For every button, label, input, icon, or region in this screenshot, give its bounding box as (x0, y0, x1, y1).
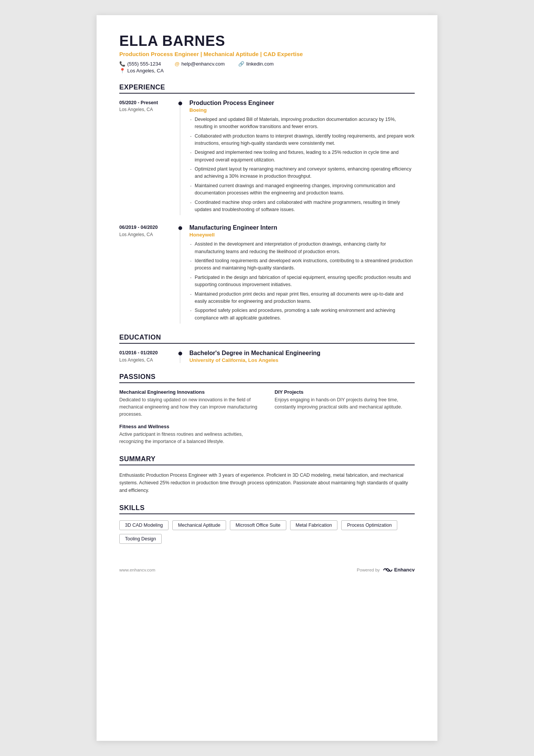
phone-contact: 📞 (555) 555-1234 (119, 61, 161, 67)
email-icon: @ (175, 61, 180, 67)
skill-2: Mechanical Aptitude (172, 520, 226, 530)
email-address: help@enhancv.com (181, 61, 225, 67)
footer-powered: Powered by Enhancv (357, 567, 415, 573)
experience-section-title: EXPERIENCE (119, 83, 415, 94)
linkedin-url: linkedin.com (246, 61, 273, 67)
linkedin-contact: 🔗 linkedin.com (238, 61, 273, 67)
skill-4: Metal Fabrication (290, 520, 338, 530)
passion-text-1: Dedicated to staying updated on new inno… (119, 396, 259, 418)
passion-item-2: DIY Projects Enjoys engaging in hands-on… (275, 389, 415, 418)
skill-5: Process Optimization (341, 520, 397, 530)
passion-item-3: Fitness and Wellness Active participant … (119, 424, 259, 445)
location-icon: 📍 (119, 68, 125, 74)
passions-section-title: PASSIONS (119, 373, 415, 383)
exp-bullets-1: Developed and updated Bill of Materials,… (189, 116, 415, 214)
brand-name: Enhancv (394, 567, 415, 573)
edu-date-1: 01/2016 - 01/2020 (119, 350, 173, 357)
exp-bullet-2-4: Maintained production print decks and re… (189, 291, 415, 305)
powered-by-label: Powered by (357, 568, 380, 572)
edu-school-1: University of California, Los Angeles (189, 357, 415, 363)
exp-company-1: Boeing (189, 107, 415, 113)
passion-text-3: Active participant in fitness routines a… (119, 431, 259, 445)
candidate-title: Production Process Engineer | Mechanical… (119, 51, 415, 57)
edu-degree-1: Bachelor's Degree in Mechanical Engineer… (189, 350, 415, 357)
exp-dot-1 (178, 102, 182, 105)
exp-right-1: Production Process Engineer Boeing Devel… (180, 100, 415, 216)
edu-right-1: Bachelor's Degree in Mechanical Engineer… (180, 350, 415, 363)
passions-section: PASSIONS Mechanical Engineering Innovati… (119, 373, 415, 445)
experience-entry-2: 06/2019 - 04/2020 Los Angeles, CA Manufa… (119, 224, 415, 324)
passion-title-3: Fitness and Wellness (119, 424, 259, 429)
passion-title-1: Mechanical Engineering Innovations (119, 389, 259, 395)
exp-bullet-2-2: Identified tooling requirements and deve… (189, 257, 415, 272)
summary-text: Enthusiastic Production Process Engineer… (119, 471, 415, 494)
education-section-title: EDUCATION (119, 333, 415, 344)
enhancv-logo: Enhancv (382, 567, 415, 573)
resume-page: ELLA BARNES Production Process Engineer … (97, 15, 437, 741)
summary-section: SUMMARY Enthusiastic Production Process … (119, 455, 415, 494)
phone-number: (555) 555-1234 (127, 61, 161, 67)
exp-location-2: Los Angeles, CA (119, 232, 173, 237)
exp-date-2: 06/2019 - 04/2020 (119, 224, 173, 231)
passion-title-2: DIY Projects (275, 389, 415, 395)
exp-date-1: 05/2020 - Present (119, 100, 173, 106)
resume-footer: www.enhancv.com Powered by Enhancv (119, 567, 415, 573)
contact-row: 📞 (555) 555-1234 @ help@enhancv.com 🔗 li… (119, 61, 415, 67)
exp-left-2: 06/2019 - 04/2020 Los Angeles, CA (119, 224, 180, 324)
skill-1: 3D CAD Modeling (119, 520, 169, 530)
exp-bullet-1-6: Coordinated machine shop orders and coll… (189, 199, 415, 214)
edu-dot-1 (178, 352, 182, 355)
exp-title-2: Manufacturing Engineer Intern (189, 224, 415, 231)
edu-location-1: Los Angeles, CA (119, 357, 173, 363)
skill-3: Microsoft Office Suite (230, 520, 286, 530)
experience-entry-1: 05/2020 - Present Los Angeles, CA Produc… (119, 100, 415, 216)
exp-company-2: Honeywell (189, 232, 415, 238)
header: ELLA BARNES Production Process Engineer … (119, 33, 415, 74)
exp-bullet-1-2: Collaborated with production teams to in… (189, 133, 415, 147)
exp-bullet-1-5: Maintained current drawings and managed … (189, 182, 415, 197)
exp-location-1: Los Angeles, CA (119, 107, 173, 112)
experience-section: EXPERIENCE 05/2020 - Present Los Angeles… (119, 83, 415, 324)
education-entry-1: 01/2016 - 01/2020 Los Angeles, CA Bachel… (119, 350, 415, 363)
linkedin-icon: 🔗 (238, 61, 244, 67)
email-contact: @ help@enhancv.com (175, 61, 225, 67)
exp-left-1: 05/2020 - Present Los Angeles, CA (119, 100, 180, 216)
enhancv-icon (382, 567, 393, 573)
candidate-name: ELLA BARNES (119, 33, 415, 49)
skills-section: SKILLS 3D CAD Modeling Mechanical Aptitu… (119, 504, 415, 544)
exp-bullet-1-1: Developed and updated Bill of Materials,… (189, 116, 415, 131)
location-row: 📍 Los Angeles, CA (119, 68, 415, 74)
skill-6: Tooling Design (119, 534, 162, 544)
location: Los Angeles, CA (127, 68, 164, 74)
phone-icon: 📞 (119, 61, 125, 67)
education-section: EDUCATION 01/2016 - 01/2020 Los Angeles,… (119, 333, 415, 363)
passion-item-1: Mechanical Engineering Innovations Dedic… (119, 389, 259, 418)
exp-bullet-1-3: Designed and implemented new tooling and… (189, 149, 415, 164)
skills-section-title: SKILLS (119, 504, 415, 514)
summary-section-title: SUMMARY (119, 455, 415, 465)
exp-bullet-2-1: Assisted in the development and interpre… (189, 241, 415, 255)
footer-website: www.enhancv.com (119, 568, 155, 572)
exp-right-2: Manufacturing Engineer Intern Honeywell … (180, 224, 415, 324)
passion-text-2: Enjoys engaging in hands-on DIY projects… (275, 396, 415, 411)
edu-left-1: 01/2016 - 01/2020 Los Angeles, CA (119, 350, 180, 363)
exp-bullet-1-4: Optimized plant layout by rearranging ma… (189, 166, 415, 180)
exp-bullet-2-3: Participated in the design and fabricati… (189, 274, 415, 289)
exp-bullet-2-5: Supported safety policies and procedures… (189, 307, 415, 322)
skills-row: 3D CAD Modeling Mechanical Aptitude Micr… (119, 520, 415, 544)
exp-bullets-2: Assisted in the development and interpre… (189, 241, 415, 322)
exp-title-1: Production Process Engineer (189, 100, 415, 106)
passions-grid: Mechanical Engineering Innovations Dedic… (119, 389, 415, 445)
